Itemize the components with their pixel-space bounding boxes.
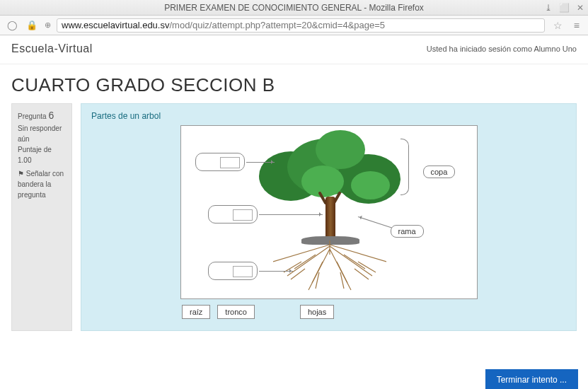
- tree-trunk-graphic: [325, 197, 335, 240]
- dropzone-tronco[interactable]: [208, 205, 258, 223]
- question-text: Partes de un arbol: [91, 111, 566, 121]
- menu-hamburger-icon[interactable]: ≡: [571, 20, 582, 31]
- drag-chip-raiz[interactable]: raíz: [182, 305, 210, 319]
- maximize-icon[interactable]: ⬜: [559, 3, 570, 13]
- arrow-icon: [357, 216, 391, 228]
- browser-address-bar: ◯ 🔒 ⊕ www.escuelavirtual.edu.sv/mod/quiz…: [0, 16, 588, 35]
- drag-chip-hojas[interactable]: hojas: [300, 305, 334, 319]
- url-domain: www.escuelavirtual.edu.sv: [62, 20, 169, 30]
- url-input[interactable]: www.escuelavirtual.edu.sv/mod/quiz/attem…: [57, 18, 545, 33]
- bookmark-star-icon[interactable]: ☆: [550, 20, 565, 31]
- brace-icon: [400, 139, 409, 195]
- close-icon[interactable]: ✕: [577, 3, 584, 13]
- question-panel: Partes de un arbol: [81, 103, 577, 331]
- question-number: Pregunta 6: [18, 108, 66, 123]
- dropzone-raiz[interactable]: [208, 262, 258, 280]
- dropzone-copa-filled[interactable]: copa: [423, 166, 456, 178]
- finish-attempt-button[interactable]: Terminar intento ...: [485, 369, 578, 389]
- question-info-panel: Pregunta 6 Sin responder aún Puntaje de …: [11, 103, 72, 331]
- arrow-icon: [259, 214, 323, 215]
- dropzone-hojas[interactable]: [195, 153, 245, 171]
- drag-drop-image-area[interactable]: copa rama: [180, 125, 478, 299]
- site-brand[interactable]: Escuela-Virtual: [11, 42, 93, 55]
- lock-warning-icon[interactable]: 🔒: [25, 20, 39, 30]
- flag-question-link[interactable]: ⚑ Señalar con bandera la pregunta: [18, 168, 66, 200]
- site-header: Escuela-Virtual Usted ha iniciado sesión…: [0, 35, 588, 64]
- arrow-icon: [259, 271, 293, 272]
- minimize-icon[interactable]: ⤓: [545, 3, 552, 13]
- question-points: Puntaje de 1.00: [18, 144, 66, 166]
- question-state: Sin responder aún: [18, 123, 66, 144]
- tree-roots-graphic: [273, 240, 386, 293]
- session-status: Usted ha iniciado sesión como Alumno Uno: [427, 45, 577, 53]
- window-title: PRIMER EXAMEN DE CONOCIMIENTO GENERAL - …: [164, 3, 424, 13]
- shield-icon[interactable]: ◯: [6, 20, 19, 30]
- draggable-pool: raíz tronco xxxx hojas: [91, 305, 566, 319]
- https-indicator: ⊕: [45, 21, 51, 30]
- drag-chip-tronco[interactable]: tronco: [217, 305, 255, 319]
- arrow-icon: [246, 162, 275, 163]
- page-title: CUARTO GRADO SECCION B: [0, 64, 588, 103]
- dropzone-rama-filled[interactable]: rama: [391, 225, 424, 238]
- url-path: /mod/quiz/attempt.php?attempt=20&cmid=4&…: [169, 20, 385, 30]
- window-titlebar: PRIMER EXAMEN DE CONOCIMIENTO GENERAL - …: [0, 0, 588, 16]
